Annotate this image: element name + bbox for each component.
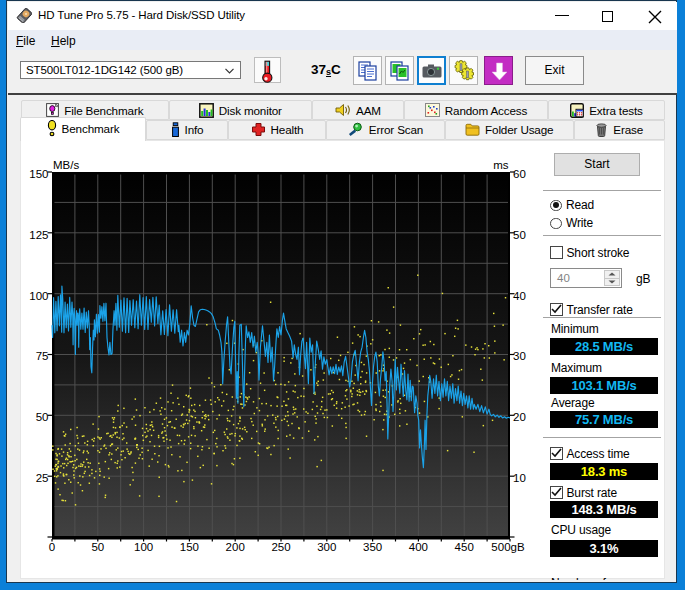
svg-text:60: 60 — [513, 168, 526, 180]
svg-text:150: 150 — [29, 168, 48, 180]
svg-text:250: 250 — [271, 541, 290, 553]
svg-text:30: 30 — [513, 350, 526, 362]
svg-text:50: 50 — [36, 411, 49, 423]
svg-text:125: 125 — [29, 229, 48, 241]
svg-text:400: 400 — [409, 541, 428, 553]
svg-text:100: 100 — [134, 541, 153, 553]
svg-text:0: 0 — [49, 541, 55, 553]
svg-text:500gB: 500gB — [491, 541, 525, 553]
svg-text:ms: ms — [493, 159, 509, 171]
svg-text:50: 50 — [513, 229, 526, 241]
svg-text:450: 450 — [455, 541, 474, 553]
svg-text:20: 20 — [513, 411, 526, 423]
svg-text:150: 150 — [180, 541, 199, 553]
svg-text:40: 40 — [513, 290, 526, 302]
svg-text:100: 100 — [29, 290, 48, 302]
svg-text:75: 75 — [36, 350, 49, 362]
svg-text:50: 50 — [91, 541, 104, 553]
svg-text:25: 25 — [36, 472, 49, 484]
svg-text:MB/s: MB/s — [53, 159, 79, 171]
svg-text:200: 200 — [226, 541, 245, 553]
svg-text:10: 10 — [513, 472, 526, 484]
svg-text:300: 300 — [317, 541, 336, 553]
svg-text:350: 350 — [363, 541, 382, 553]
